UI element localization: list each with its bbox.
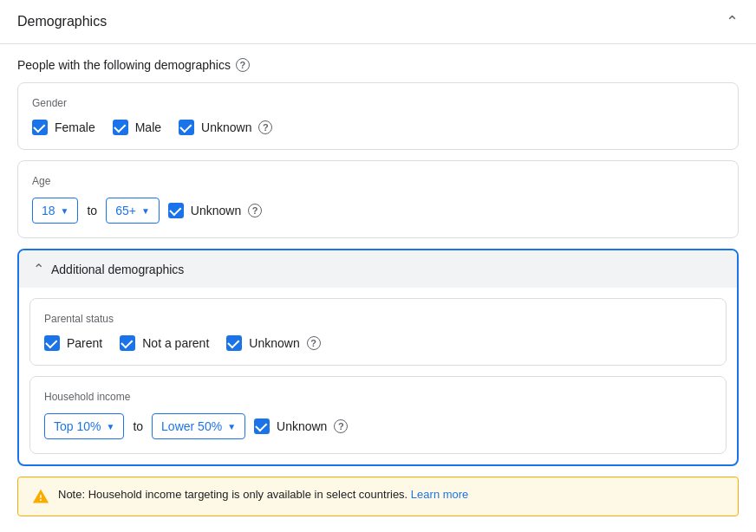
people-help-icon[interactable]: ? <box>236 58 250 72</box>
gender-female-label: Female <box>55 120 95 134</box>
gender-female-checkbox[interactable] <box>32 120 48 135</box>
parental-unknown-item[interactable]: Unknown ? <box>226 335 320 351</box>
gender-male-label: Male <box>135 120 161 134</box>
additional-demographics-header[interactable]: ⌃ Additional demographics <box>19 250 737 288</box>
note-bar: Note: Household income targeting is only… <box>17 477 739 516</box>
age-from-value: 18 <box>42 204 55 217</box>
age-unknown-help-icon[interactable]: ? <box>248 204 262 217</box>
household-income-label: Household income <box>44 391 712 403</box>
gender-unknown-help-icon[interactable]: ? <box>258 120 272 134</box>
age-card: Age 18 ▼ to 65+ ▼ Unknown ? <box>17 160 739 238</box>
additional-demographics-label: Additional demographics <box>51 263 184 276</box>
gender-card: Gender Female Male Unknown ? <box>17 82 739 150</box>
learn-more-link[interactable]: Learn more <box>411 488 468 501</box>
income-from-arrow-icon: ▼ <box>106 422 114 431</box>
income-to-arrow-icon: ▼ <box>227 422 236 431</box>
income-to-dropdown[interactable]: Lower 50% ▼ <box>152 413 245 439</box>
age-row: 18 ▼ to 65+ ▼ Unknown ? <box>32 198 724 224</box>
gender-unknown-label: Unknown <box>201 120 251 134</box>
parent-checkbox[interactable] <box>44 335 60 351</box>
age-to-label: to <box>87 204 97 217</box>
not-parent-checkbox[interactable] <box>120 335 135 351</box>
gender-unknown-checkbox[interactable] <box>179 120 194 135</box>
age-unknown-label: Unknown <box>191 204 241 217</box>
demographics-panel: Demographics ⌃ People with the following… <box>0 0 756 516</box>
age-unknown-item[interactable]: Unknown ? <box>168 203 262 218</box>
income-from-dropdown[interactable]: Top 10% ▼ <box>44 413 124 439</box>
age-from-dropdown[interactable]: 18 ▼ <box>32 198 78 224</box>
gender-male-checkbox[interactable] <box>113 120 128 135</box>
gender-male-item[interactable]: Male <box>113 120 161 135</box>
parental-unknown-help-icon[interactable]: ? <box>307 336 321 350</box>
gender-female-item[interactable]: Female <box>32 120 95 135</box>
gender-label: Gender <box>32 97 724 109</box>
parent-item[interactable]: Parent <box>44 335 102 351</box>
age-to-value: 65+ <box>115 204 136 217</box>
income-to-label: to <box>133 419 143 433</box>
age-to-dropdown[interactable]: 65+ ▼ <box>106 198 160 224</box>
parental-unknown-label: Unknown <box>249 336 299 350</box>
parent-label: Parent <box>67 336 102 350</box>
age-label: Age <box>32 175 724 187</box>
income-to-value: Lower 50% <box>161 419 222 433</box>
gender-unknown-item[interactable]: Unknown ? <box>179 120 272 135</box>
note-text: Note: Household income targeting is only… <box>58 488 468 501</box>
additional-chevron-icon: ⌃ <box>33 261 44 277</box>
warning-icon <box>32 488 49 505</box>
age-from-arrow-icon: ▼ <box>61 206 69 216</box>
age-to-arrow-icon: ▼ <box>141 206 150 216</box>
income-unknown-checkbox[interactable] <box>254 418 270 434</box>
people-label: People with the following demographics <box>17 58 231 72</box>
income-unknown-help-icon[interactable]: ? <box>334 419 348 433</box>
people-row: People with the following demographics ? <box>0 44 756 82</box>
parental-status-card: Parental status Parent Not a parent Unkn… <box>29 298 727 366</box>
parental-unknown-checkbox[interactable] <box>226 335 242 351</box>
not-parent-label: Not a parent <box>142 336 209 350</box>
collapse-icon[interactable]: ⌃ <box>726 12 739 31</box>
not-parent-item[interactable]: Not a parent <box>120 335 209 351</box>
income-unknown-item[interactable]: Unknown ? <box>254 418 348 434</box>
age-unknown-checkbox[interactable] <box>168 203 184 218</box>
additional-demographics-section: ⌃ Additional demographics Parental statu… <box>17 249 739 466</box>
section-title: Demographics <box>17 14 107 29</box>
income-unknown-label: Unknown <box>277 419 327 433</box>
household-income-card: Household income Top 10% ▼ to Lower 50% … <box>29 376 727 454</box>
gender-checkbox-row: Female Male Unknown ? <box>32 120 724 135</box>
income-from-value: Top 10% <box>54 419 101 433</box>
parental-status-label: Parental status <box>44 313 712 325</box>
parental-checkbox-row: Parent Not a parent Unknown ? <box>44 335 712 351</box>
section-header: Demographics ⌃ <box>0 0 756 44</box>
income-row: Top 10% ▼ to Lower 50% ▼ Unknown ? <box>44 413 712 439</box>
